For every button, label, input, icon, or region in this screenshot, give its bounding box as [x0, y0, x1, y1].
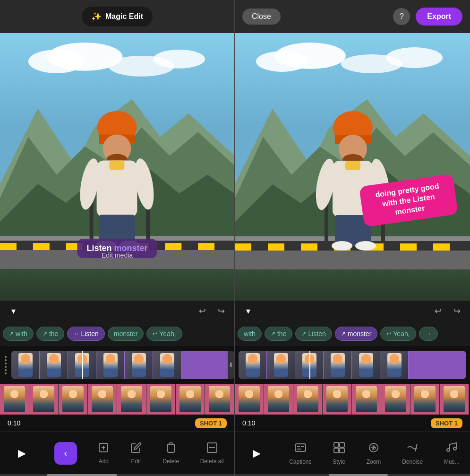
left-nav-edit[interactable]: Edit — [130, 442, 142, 465]
left-filmstrip — [0, 384, 234, 415]
right-redo-button[interactable]: ↪ — [449, 303, 464, 319]
right-film-frame-1 — [235, 384, 264, 415]
right-film-frame-8 — [440, 384, 469, 415]
right-topbar: Close ? Export — [235, 0, 470, 33]
help-button[interactable]: ? — [393, 8, 410, 25]
left-chip-listen[interactable]: ↔ Listen — [67, 327, 104, 341]
right-film-frame-7 — [410, 384, 440, 415]
right-undo-button[interactable]: ↩ — [430, 303, 445, 319]
left-timeline-strip[interactable]: I — [11, 351, 234, 379]
left-chip-listen-label: Listen — [81, 330, 98, 338]
left-chip-yeah[interactable]: ↩ Yeah, — [146, 327, 182, 341]
left-film-frame-7 — [176, 384, 205, 415]
right-nav-captions[interactable]: Captions — [289, 441, 311, 465]
magic-edit-button[interactable]: ✨ Magic Edit — [82, 7, 153, 26]
left-undo-button[interactable]: ↩ — [195, 303, 210, 319]
right-chip-with[interactable]: with — [238, 327, 262, 341]
left-topbar: ✨ Magic Edit — [0, 0, 234, 33]
close-button[interactable]: Close — [242, 9, 281, 25]
left-delete-label: Delete — [162, 458, 179, 465]
left-edit-icon — [130, 442, 142, 456]
right-video-area: doing pretty goodwith the Listen monster — [235, 33, 470, 301]
right-zoom-icon — [367, 441, 380, 457]
left-handle-dot6 — [5, 372, 7, 374]
svg-rect-75 — [334, 448, 339, 453]
right-chip-monster[interactable]: ↗ monster — [335, 327, 378, 341]
right-chevron-down-button[interactable]: ▾ — [240, 303, 256, 319]
right-chip-next-label: → — [425, 330, 432, 338]
left-nav-delete-all[interactable]: Delete all — [200, 442, 224, 465]
right-chip-next[interactable]: → — [419, 327, 438, 341]
left-chip-the[interactable]: ↗ the — [36, 327, 64, 341]
left-chip-monster[interactable]: monster — [108, 327, 144, 341]
left-edit-label: Edit — [131, 458, 141, 465]
svg-rect-50 — [301, 243, 317, 251]
right-timeline-thumb-4 — [324, 351, 352, 379]
left-timeline-handle[interactable] — [0, 351, 11, 379]
svg-rect-55 — [235, 251, 470, 269]
svg-rect-28 — [110, 160, 125, 170]
right-word-chips-row: with ↗ the ↗ Listen ↗ monster ↩ Yeah, → — [235, 321, 470, 346]
svg-rect-11 — [0, 243, 17, 250]
right-play-button[interactable]: ▶ — [245, 442, 268, 465]
left-shot-badge: SHOT 1 — [195, 418, 227, 428]
right-topbar-group: ? Export — [393, 8, 462, 26]
left-time-marker-row: 0:10 SHOT 1 — [0, 415, 234, 432]
right-timeline-thumb-5 — [352, 351, 380, 379]
left-scroll-indicator — [0, 474, 234, 476]
right-chip-the[interactable]: ↗ the — [265, 327, 292, 341]
right-zoom-label: Zoom — [367, 459, 381, 465]
left-chevron-down-button[interactable]: ▾ — [6, 303, 21, 319]
right-chip-with-label: with — [244, 330, 256, 338]
left-film-frame-5 — [117, 384, 146, 415]
left-film-frame-6 — [146, 384, 176, 415]
export-button[interactable]: Export — [416, 8, 462, 26]
right-film-frame-2 — [264, 384, 293, 415]
right-nav-denoise[interactable]: Denoise — [402, 441, 423, 465]
right-chip-yeah[interactable]: ↩ Yeah, — [380, 327, 416, 341]
magic-edit-label: Magic Edit — [105, 12, 143, 21]
right-time-display: 0:10 — [242, 419, 255, 427]
right-nav-style[interactable]: Style — [333, 441, 345, 465]
left-play-button[interactable]: ▶ — [10, 442, 33, 465]
left-nav-add[interactable]: Add — [98, 442, 109, 465]
right-film-frame-3 — [293, 384, 323, 415]
left-chip-with-label: with — [16, 330, 27, 338]
right-shot-badge: SHOT 1 — [431, 418, 462, 428]
right-style-label: Style — [333, 459, 345, 465]
svg-rect-17 — [198, 243, 214, 250]
right-music-label: Mus... — [444, 459, 460, 465]
left-delete-all-label: Delete all — [200, 458, 224, 465]
right-nav-music[interactable]: Mus... — [444, 441, 460, 465]
svg-rect-49 — [268, 243, 284, 251]
left-redo-button[interactable]: ↪ — [214, 303, 229, 319]
left-handle-dot1 — [5, 356, 7, 358]
svg-point-41 — [386, 47, 443, 68]
left-chip-with[interactable]: ↗ with — [3, 327, 34, 341]
left-panel: ✨ Magic Edit — [0, 0, 235, 476]
right-film-frame-6 — [381, 384, 410, 415]
svg-rect-54 — [433, 243, 450, 251]
left-chip-yeah-icon: ↩ — [153, 330, 157, 337]
left-time-display: 0:10 — [8, 419, 20, 427]
right-denoise-label: Denoise — [402, 459, 423, 465]
left-controls-bar: ▾ ↩ ↪ — [0, 301, 234, 321]
right-chip-listen[interactable]: ↗ Listen — [295, 327, 332, 341]
right-panel: Close ? Export — [235, 0, 470, 476]
right-time-marker-row: 0:10 SHOT 1 — [235, 415, 470, 432]
right-nav-zoom[interactable]: Zoom — [367, 441, 381, 465]
right-scroll-thumb — [329, 474, 388, 476]
right-chip-the-label: the — [277, 330, 286, 338]
left-chip-monster-label: monster — [114, 330, 138, 338]
left-nav-delete[interactable]: Delete — [162, 442, 179, 465]
right-chip-listen-icon: ↗ — [301, 330, 306, 337]
left-film-frame-2 — [29, 384, 59, 415]
left-back-button[interactable]: ‹ — [54, 442, 77, 465]
right-film-frame-5 — [352, 384, 381, 415]
left-add-label: Add — [99, 458, 109, 465]
right-film-frame-4 — [323, 384, 352, 415]
right-timeline-strip[interactable] — [239, 351, 466, 379]
right-timeline-thumb-1 — [239, 351, 267, 379]
main-container: ✨ Magic Edit — [0, 0, 470, 476]
left-add-icon — [98, 442, 109, 456]
